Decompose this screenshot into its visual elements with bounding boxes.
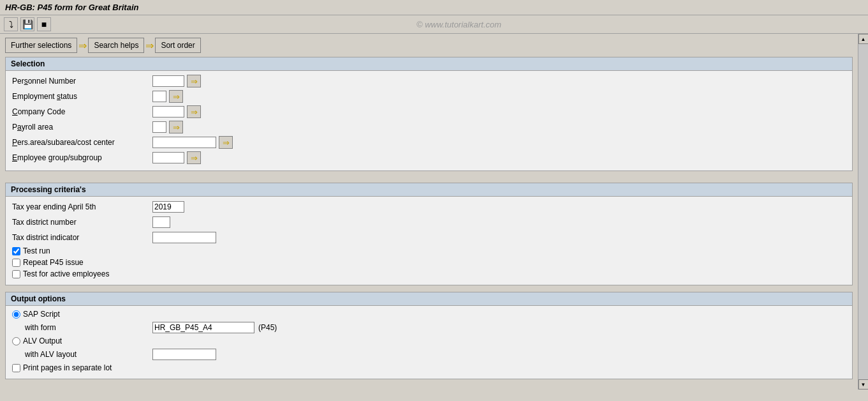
with-form-input[interactable]: [152, 322, 254, 333]
search-helps-label: Search helps: [94, 41, 138, 50]
employee-group-row: Employee group/subgroup ⇒: [12, 151, 846, 164]
arrow-icon-3: ⇒: [191, 107, 198, 117]
tab-bar: Further selections ⇒ Search helps ⇒ Sort…: [5, 38, 853, 53]
tab-sort-order[interactable]: Sort order: [155, 38, 200, 53]
company-code-arrow[interactable]: ⇒: [187, 105, 201, 118]
sap-script-label: SAP Script: [23, 310, 60, 319]
tax-year-input[interactable]: [152, 201, 184, 213]
company-code-row: Company Code ⇒: [12, 105, 846, 118]
company-code-label: Company Code: [12, 107, 152, 116]
test-run-checkbox[interactable]: [12, 247, 20, 255]
tax-district-number-input[interactable]: [152, 216, 170, 228]
pers-area-arrow[interactable]: ⇒: [219, 136, 233, 149]
arrow-icon-1: ⇒: [191, 77, 198, 86]
sap-script-radio[interactable]: [12, 310, 20, 319]
payroll-area-label: Payroll area: [12, 123, 152, 132]
arrow-icon-4: ⇒: [173, 123, 180, 132]
page-title: HR-GB: P45 form for Great Britain: [5, 3, 138, 12]
save-icon[interactable]: 💾: [20, 17, 34, 31]
selection-body: Personnel Number ⇒ Employment status ⇒: [6, 71, 852, 170]
toolbar: ⤵ 💾 ■ © www.tutorialkart.com: [0, 15, 868, 34]
alv-output-row: ALV Output: [12, 337, 846, 345]
alv-layout-label: with ALV layout: [12, 350, 152, 359]
payroll-area-input[interactable]: [152, 121, 166, 133]
payroll-area-arrow[interactable]: ⇒: [169, 121, 183, 133]
tax-district-indicator-label: Tax district indicator: [12, 233, 152, 242]
tab-search-helps[interactable]: Search helps: [88, 38, 144, 53]
tax-year-label: Tax year ending April 5th: [12, 202, 152, 211]
test-run-row: Test run: [12, 246, 846, 255]
processing-body: Tax year ending April 5th Tax district n…: [6, 197, 852, 285]
tax-district-indicator-input[interactable]: [152, 232, 216, 243]
test-active-checkbox[interactable]: [12, 270, 20, 278]
arrow-icon-6: ⇒: [191, 153, 198, 163]
employee-group-label: Employee group/subgroup: [12, 153, 152, 162]
tax-year-row: Tax year ending April 5th: [12, 200, 846, 213]
tab-arrow-2: ⇒: [145, 40, 154, 52]
further-selections-label: Further selections: [11, 41, 71, 50]
with-form-row: with form (P45): [12, 321, 846, 334]
processing-section: Processing criteria's Tax year ending Ap…: [5, 183, 853, 285]
employee-group-arrow[interactable]: ⇒: [187, 151, 201, 164]
scroll-down-btn[interactable]: ▼: [858, 379, 869, 390]
with-form-label-text: with form: [12, 323, 152, 332]
employee-group-input[interactable]: [152, 152, 184, 163]
print-pages-checkbox[interactable]: [12, 364, 20, 372]
payroll-area-row: Payroll area ⇒: [12, 121, 846, 133]
output-options-section: Output options SAP Script with form (P45…: [5, 292, 853, 379]
title-bar: HR-GB: P45 form for Great Britain: [0, 0, 868, 15]
personnel-number-row: Personnel Number ⇒: [12, 75, 846, 87]
print-pages-label: Print pages in separate lot: [23, 363, 112, 372]
tax-district-indicator-row: Tax district indicator: [12, 231, 846, 244]
test-run-label: Test run: [23, 246, 50, 255]
arrow-icon-5: ⇒: [223, 138, 230, 148]
employment-status-arrow[interactable]: ⇒: [169, 90, 183, 103]
selection-section: Selection Personnel Number ⇒ Employment …: [5, 57, 853, 171]
pers-area-row: Pers.area/subarea/cost center ⇒: [12, 136, 846, 149]
test-active-employees-row: Test for active employees: [12, 269, 846, 278]
p45-badge: (P45): [258, 323, 277, 332]
personnel-number-arrow[interactable]: ⇒: [187, 75, 201, 87]
personnel-number-input[interactable]: [152, 75, 184, 87]
pers-area-input[interactable]: [152, 137, 216, 148]
test-active-label: Test for active employees: [23, 269, 109, 278]
sort-order-label: Sort order: [161, 41, 195, 50]
employment-status-input[interactable]: [152, 91, 166, 102]
scroll-up-btn[interactable]: ▲: [858, 34, 869, 44]
employment-status-label: Employment status: [12, 92, 152, 101]
pers-area-label: Pers.area/subarea/cost center: [12, 138, 152, 147]
repeat-p45-label: Repeat P45 issue: [23, 258, 84, 267]
repeat-p45-row: Repeat P45 issue: [12, 258, 846, 267]
personnel-number-label: Personnel Number: [12, 77, 152, 86]
repeat-p45-checkbox[interactable]: [12, 259, 20, 267]
print-pages-row: Print pages in separate lot: [12, 363, 846, 372]
content-area: Further selections ⇒ Search helps ⇒ Sort…: [0, 34, 858, 390]
watermark: © www.tutorialkart.com: [54, 20, 864, 29]
output-options-header: Output options: [6, 292, 852, 306]
tab-arrow-1: ⇒: [78, 40, 87, 52]
arrow-icon-2: ⇒: [173, 92, 180, 102]
company-code-input[interactable]: [152, 106, 184, 117]
output-options-body: SAP Script with form (P45) ALV Output wi…: [6, 306, 852, 379]
tax-district-number-row: Tax district number: [12, 216, 846, 229]
alv-output-radio[interactable]: [12, 337, 20, 345]
alv-layout-input[interactable]: [152, 349, 216, 360]
employment-status-row: Employment status ⇒: [12, 90, 846, 103]
find-icon[interactable]: ■: [37, 17, 51, 31]
navigate-icon[interactable]: ⤵: [4, 17, 18, 31]
alv-output-label: ALV Output: [23, 337, 62, 345]
sap-script-row: SAP Script: [12, 310, 846, 319]
tab-further-selections[interactable]: Further selections: [5, 38, 77, 53]
processing-header: Processing criteria's: [6, 183, 852, 197]
scroll-track: [858, 44, 869, 379]
alv-layout-row: with ALV layout: [12, 348, 846, 361]
scrollbar: ▲ ▼: [858, 34, 868, 390]
tax-district-number-label: Tax district number: [12, 218, 152, 227]
selection-header: Selection: [6, 57, 852, 71]
